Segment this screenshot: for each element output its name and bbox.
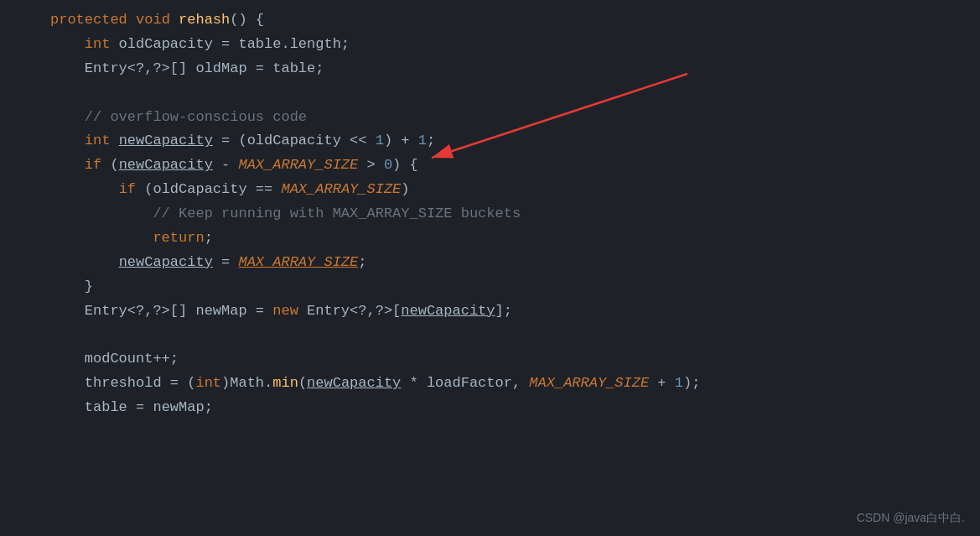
code-line-4 bbox=[50, 81, 980, 106]
code-line-6: int newCapacity = (oldCapacity << 1) + 1… bbox=[50, 129, 980, 154]
code-line-7: if (newCapacity - MAX_ARRAY_SIZE > 0) { bbox=[50, 154, 980, 178]
code-line-12: } bbox=[50, 275, 980, 299]
code-line-3: Entry<?,?>[] oldMap = table; bbox=[50, 57, 980, 81]
code-line-5: // overflow-conscious code bbox=[50, 106, 980, 130]
code-line-16: threshold = (int)Math.min(newCapacity * … bbox=[50, 372, 980, 396]
code-line-2: int oldCapacity = table.length; bbox=[50, 33, 980, 57]
code-line-14 bbox=[50, 324, 980, 348]
code-line-17: table = newMap; bbox=[50, 396, 980, 420]
code-line-9: // Keep running with MAX_ARRAY_SIZE buck… bbox=[50, 202, 980, 226]
code-block: protected void rehash() { int oldCapacit… bbox=[0, 0, 980, 429]
code-line-13: Entry<?,?>[] newMap = new Entry<?,?>[new… bbox=[50, 299, 980, 324]
code-line-11: newCapacity = MAX_ARRAY_SIZE; bbox=[50, 251, 980, 275]
code-line-15: modCount++; bbox=[50, 347, 980, 372]
code-line-8: if (oldCapacity == MAX_ARRAY_SIZE) bbox=[50, 178, 980, 202]
code-line-1: protected void rehash() { bbox=[50, 8, 980, 33]
watermark: CSDN @java白中白. bbox=[857, 511, 965, 526]
code-line-10: return; bbox=[50, 226, 980, 251]
